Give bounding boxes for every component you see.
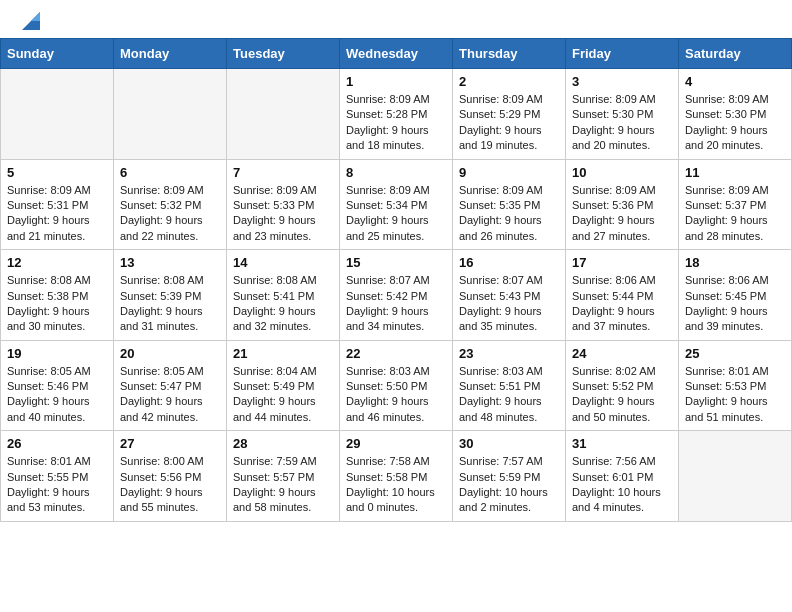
weekday-header-wednesday: Wednesday	[340, 39, 453, 69]
day-cell-10: 10Sunrise: 8:09 AM Sunset: 5:36 PM Dayli…	[566, 159, 679, 250]
day-number: 27	[120, 436, 220, 451]
day-cell-14: 14Sunrise: 8:08 AM Sunset: 5:41 PM Dayli…	[227, 250, 340, 341]
day-number: 21	[233, 346, 333, 361]
day-info: Sunrise: 8:09 AM Sunset: 5:30 PM Dayligh…	[572, 92, 672, 154]
day-info: Sunrise: 8:01 AM Sunset: 5:53 PM Dayligh…	[685, 364, 785, 426]
day-cell-20: 20Sunrise: 8:05 AM Sunset: 5:47 PM Dayli…	[114, 340, 227, 431]
day-number: 8	[346, 165, 446, 180]
day-cell-19: 19Sunrise: 8:05 AM Sunset: 5:46 PM Dayli…	[1, 340, 114, 431]
weekday-header-monday: Monday	[114, 39, 227, 69]
day-cell-27: 27Sunrise: 8:00 AM Sunset: 5:56 PM Dayli…	[114, 431, 227, 522]
day-cell-6: 6Sunrise: 8:09 AM Sunset: 5:32 PM Daylig…	[114, 159, 227, 250]
week-row-3: 12Sunrise: 8:08 AM Sunset: 5:38 PM Dayli…	[1, 250, 792, 341]
day-number: 2	[459, 74, 559, 89]
day-info: Sunrise: 8:09 AM Sunset: 5:36 PM Dayligh…	[572, 183, 672, 245]
day-number: 1	[346, 74, 446, 89]
day-info: Sunrise: 8:09 AM Sunset: 5:33 PM Dayligh…	[233, 183, 333, 245]
day-cell-25: 25Sunrise: 8:01 AM Sunset: 5:53 PM Dayli…	[679, 340, 792, 431]
day-number: 9	[459, 165, 559, 180]
empty-cell	[1, 69, 114, 160]
day-cell-8: 8Sunrise: 8:09 AM Sunset: 5:34 PM Daylig…	[340, 159, 453, 250]
day-info: Sunrise: 8:05 AM Sunset: 5:46 PM Dayligh…	[7, 364, 107, 426]
day-number: 6	[120, 165, 220, 180]
day-cell-31: 31Sunrise: 7:56 AM Sunset: 6:01 PM Dayli…	[566, 431, 679, 522]
day-info: Sunrise: 8:04 AM Sunset: 5:49 PM Dayligh…	[233, 364, 333, 426]
day-info: Sunrise: 8:07 AM Sunset: 5:42 PM Dayligh…	[346, 273, 446, 335]
day-number: 18	[685, 255, 785, 270]
day-info: Sunrise: 8:03 AM Sunset: 5:50 PM Dayligh…	[346, 364, 446, 426]
week-row-2: 5Sunrise: 8:09 AM Sunset: 5:31 PM Daylig…	[1, 159, 792, 250]
day-number: 19	[7, 346, 107, 361]
day-number: 25	[685, 346, 785, 361]
weekday-header-saturday: Saturday	[679, 39, 792, 69]
day-number: 20	[120, 346, 220, 361]
day-number: 5	[7, 165, 107, 180]
weekday-header-sunday: Sunday	[1, 39, 114, 69]
calendar-table: SundayMondayTuesdayWednesdayThursdayFrid…	[0, 38, 792, 522]
day-number: 3	[572, 74, 672, 89]
day-cell-21: 21Sunrise: 8:04 AM Sunset: 5:49 PM Dayli…	[227, 340, 340, 431]
day-info: Sunrise: 7:56 AM Sunset: 6:01 PM Dayligh…	[572, 454, 672, 516]
day-cell-23: 23Sunrise: 8:03 AM Sunset: 5:51 PM Dayli…	[453, 340, 566, 431]
day-cell-24: 24Sunrise: 8:02 AM Sunset: 5:52 PM Dayli…	[566, 340, 679, 431]
day-info: Sunrise: 8:09 AM Sunset: 5:37 PM Dayligh…	[685, 183, 785, 245]
day-info: Sunrise: 8:05 AM Sunset: 5:47 PM Dayligh…	[120, 364, 220, 426]
day-cell-26: 26Sunrise: 8:01 AM Sunset: 5:55 PM Dayli…	[1, 431, 114, 522]
day-number: 15	[346, 255, 446, 270]
day-cell-18: 18Sunrise: 8:06 AM Sunset: 5:45 PM Dayli…	[679, 250, 792, 341]
day-number: 29	[346, 436, 446, 451]
day-cell-7: 7Sunrise: 8:09 AM Sunset: 5:33 PM Daylig…	[227, 159, 340, 250]
page: SundayMondayTuesdayWednesdayThursdayFrid…	[0, 0, 792, 522]
day-number: 30	[459, 436, 559, 451]
day-cell-28: 28Sunrise: 7:59 AM Sunset: 5:57 PM Dayli…	[227, 431, 340, 522]
day-number: 4	[685, 74, 785, 89]
day-cell-15: 15Sunrise: 8:07 AM Sunset: 5:42 PM Dayli…	[340, 250, 453, 341]
day-info: Sunrise: 8:09 AM Sunset: 5:28 PM Dayligh…	[346, 92, 446, 154]
day-cell-13: 13Sunrise: 8:08 AM Sunset: 5:39 PM Dayli…	[114, 250, 227, 341]
week-row-5: 26Sunrise: 8:01 AM Sunset: 5:55 PM Dayli…	[1, 431, 792, 522]
empty-cell	[114, 69, 227, 160]
day-cell-30: 30Sunrise: 7:57 AM Sunset: 5:59 PM Dayli…	[453, 431, 566, 522]
day-number: 22	[346, 346, 446, 361]
day-info: Sunrise: 8:09 AM Sunset: 5:35 PM Dayligh…	[459, 183, 559, 245]
header	[0, 0, 792, 38]
day-cell-4: 4Sunrise: 8:09 AM Sunset: 5:30 PM Daylig…	[679, 69, 792, 160]
day-info: Sunrise: 8:01 AM Sunset: 5:55 PM Dayligh…	[7, 454, 107, 516]
day-info: Sunrise: 7:58 AM Sunset: 5:58 PM Dayligh…	[346, 454, 446, 516]
week-row-1: 1Sunrise: 8:09 AM Sunset: 5:28 PM Daylig…	[1, 69, 792, 160]
day-number: 7	[233, 165, 333, 180]
day-info: Sunrise: 8:09 AM Sunset: 5:34 PM Dayligh…	[346, 183, 446, 245]
day-cell-5: 5Sunrise: 8:09 AM Sunset: 5:31 PM Daylig…	[1, 159, 114, 250]
day-info: Sunrise: 8:02 AM Sunset: 5:52 PM Dayligh…	[572, 364, 672, 426]
day-number: 10	[572, 165, 672, 180]
day-cell-16: 16Sunrise: 8:07 AM Sunset: 5:43 PM Dayli…	[453, 250, 566, 341]
weekday-header-friday: Friday	[566, 39, 679, 69]
empty-cell	[679, 431, 792, 522]
day-info: Sunrise: 8:09 AM Sunset: 5:29 PM Dayligh…	[459, 92, 559, 154]
day-info: Sunrise: 7:57 AM Sunset: 5:59 PM Dayligh…	[459, 454, 559, 516]
svg-marker-1	[31, 12, 40, 21]
day-cell-12: 12Sunrise: 8:08 AM Sunset: 5:38 PM Dayli…	[1, 250, 114, 341]
day-cell-2: 2Sunrise: 8:09 AM Sunset: 5:29 PM Daylig…	[453, 69, 566, 160]
logo-icon	[22, 12, 40, 30]
day-number: 26	[7, 436, 107, 451]
day-cell-1: 1Sunrise: 8:09 AM Sunset: 5:28 PM Daylig…	[340, 69, 453, 160]
weekday-header-thursday: Thursday	[453, 39, 566, 69]
day-number: 24	[572, 346, 672, 361]
day-info: Sunrise: 8:06 AM Sunset: 5:44 PM Dayligh…	[572, 273, 672, 335]
weekday-header-row: SundayMondayTuesdayWednesdayThursdayFrid…	[1, 39, 792, 69]
day-number: 11	[685, 165, 785, 180]
day-info: Sunrise: 8:09 AM Sunset: 5:30 PM Dayligh…	[685, 92, 785, 154]
day-number: 12	[7, 255, 107, 270]
day-cell-9: 9Sunrise: 8:09 AM Sunset: 5:35 PM Daylig…	[453, 159, 566, 250]
day-number: 17	[572, 255, 672, 270]
day-info: Sunrise: 7:59 AM Sunset: 5:57 PM Dayligh…	[233, 454, 333, 516]
empty-cell	[227, 69, 340, 160]
day-info: Sunrise: 8:03 AM Sunset: 5:51 PM Dayligh…	[459, 364, 559, 426]
day-cell-11: 11Sunrise: 8:09 AM Sunset: 5:37 PM Dayli…	[679, 159, 792, 250]
day-cell-3: 3Sunrise: 8:09 AM Sunset: 5:30 PM Daylig…	[566, 69, 679, 160]
day-number: 23	[459, 346, 559, 361]
day-info: Sunrise: 8:09 AM Sunset: 5:31 PM Dayligh…	[7, 183, 107, 245]
day-cell-22: 22Sunrise: 8:03 AM Sunset: 5:50 PM Dayli…	[340, 340, 453, 431]
weekday-header-tuesday: Tuesday	[227, 39, 340, 69]
